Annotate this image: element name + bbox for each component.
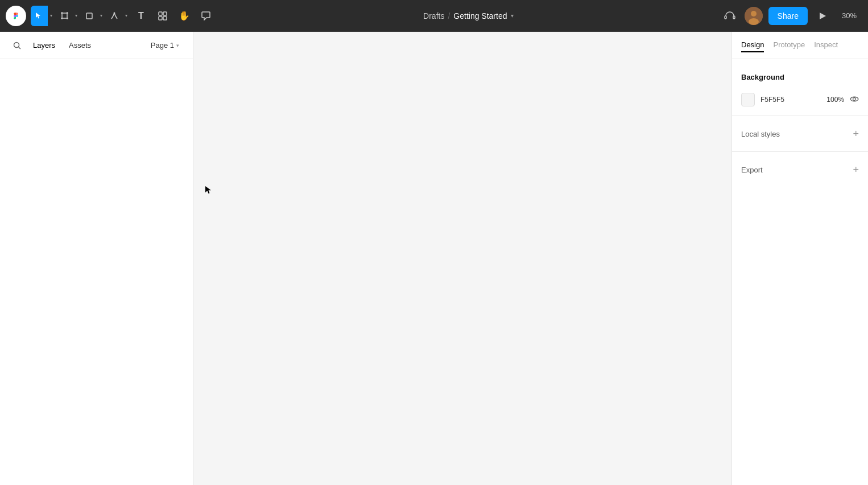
local-styles-title: Local styles <box>741 130 780 138</box>
tab-design[interactable]: Design <box>741 38 764 52</box>
user-avatar[interactable] <box>745 7 763 25</box>
background-section-header: Background <box>732 68 868 86</box>
chevron-down-icon-shape: ▾ <box>100 13 102 18</box>
export-add-button[interactable]: + <box>853 165 859 175</box>
background-visibility-toggle[interactable] <box>850 95 859 104</box>
breadcrumb-project: Getting Started <box>453 11 507 20</box>
frame-tool-button[interactable] <box>56 6 73 26</box>
present-button[interactable] <box>813 7 832 25</box>
pen-tool-button[interactable] <box>106 6 123 26</box>
toolbar-center: Drafts / Getting Started ▾ <box>218 11 718 20</box>
text-icon: T <box>138 11 144 21</box>
export-section[interactable]: Export + <box>732 159 868 180</box>
pen-tool-dropdown[interactable]: ▾ <box>123 6 130 26</box>
background-opacity-value: 100% <box>826 96 844 104</box>
background-hex-value: F5F5F5 <box>760 96 821 104</box>
tab-layers[interactable]: Layers <box>27 38 61 53</box>
toolbar: ▾ ▾ ▾ <box>0 0 868 32</box>
background-color-row[interactable]: F5F5F5 100% <box>732 91 868 109</box>
move-tool-group: ▾ <box>31 6 55 26</box>
move-tool-button[interactable] <box>31 6 48 26</box>
page-selector-chevron: ▾ <box>176 43 179 48</box>
chevron-down-icon-frame: ▾ <box>75 13 77 18</box>
page-selector-label: Page 1 <box>151 41 174 50</box>
svg-marker-15 <box>820 13 826 19</box>
text-tool-button[interactable]: T <box>131 6 151 26</box>
divider-2 <box>732 151 868 152</box>
layers-panel-body <box>0 59 193 485</box>
right-panel-tabs: Design Prototype Inspect <box>732 32 868 59</box>
svg-point-18 <box>853 98 856 101</box>
cursor-indicator <box>205 186 214 195</box>
local-styles-add-button[interactable]: + <box>853 129 859 139</box>
toolbar-right: Share 30% <box>721 7 861 25</box>
main-menu-button[interactable] <box>7 6 30 26</box>
search-button[interactable] <box>9 38 25 54</box>
background-color-swatch[interactable] <box>741 93 755 106</box>
svg-rect-4 <box>86 13 92 19</box>
svg-point-5 <box>114 12 115 14</box>
svg-point-13 <box>751 11 757 17</box>
export-title: Export <box>741 166 763 174</box>
pen-tool-group: ▾ <box>106 6 130 26</box>
shape-tool-dropdown[interactable]: ▾ <box>98 6 105 26</box>
canvas-area[interactable] <box>193 32 731 485</box>
breadcrumb-dropdown-icon: ▾ <box>511 13 514 19</box>
svg-rect-6 <box>159 12 162 15</box>
svg-line-17 <box>19 47 21 49</box>
svg-point-16 <box>14 42 19 47</box>
breadcrumb-separator: / <box>448 11 450 20</box>
svg-rect-7 <box>163 12 167 15</box>
page-selector[interactable]: Page 1 ▾ <box>146 39 184 52</box>
comment-tool-button[interactable] <box>196 6 216 26</box>
left-panel-header: Layers Assets Page 1 ▾ <box>0 32 193 59</box>
tab-prototype[interactable]: Prototype <box>773 38 805 52</box>
hand-icon: ✋ <box>179 10 190 21</box>
figma-logo <box>6 6 26 26</box>
right-panel: Design Prototype Inspect Background F5F5… <box>731 32 868 485</box>
svg-rect-10 <box>725 16 726 19</box>
toolbar-left: ▾ ▾ ▾ <box>7 6 216 26</box>
zoom-level-button[interactable]: 30% <box>837 9 861 22</box>
chevron-down-icon: ▾ <box>50 13 52 18</box>
chevron-down-icon-pen: ▾ <box>125 13 127 18</box>
svg-rect-11 <box>733 16 735 19</box>
svg-rect-9 <box>163 17 167 20</box>
left-panel: Layers Assets Page 1 ▾ <box>0 32 193 485</box>
breadcrumb-drafts: Drafts <box>423 11 444 20</box>
background-title: Background <box>741 73 784 81</box>
svg-point-14 <box>749 18 759 25</box>
divider-1 <box>732 116 868 116</box>
local-styles-section[interactable]: Local styles + <box>732 123 868 145</box>
frame-tool-dropdown[interactable]: ▾ <box>73 6 80 26</box>
hand-tool-button[interactable]: ✋ <box>174 6 195 26</box>
share-button[interactable]: Share <box>768 7 808 25</box>
svg-rect-8 <box>159 17 162 20</box>
components-tool-button[interactable] <box>152 6 173 26</box>
help-button[interactable] <box>721 7 739 25</box>
tab-inspect[interactable]: Inspect <box>814 38 838 52</box>
shape-tool-button[interactable] <box>81 6 98 26</box>
shape-tool-group: ▾ <box>81 6 105 26</box>
breadcrumb[interactable]: Drafts / Getting Started ▾ <box>423 11 513 20</box>
tab-assets[interactable]: Assets <box>63 38 97 53</box>
frame-tool-group: ▾ <box>56 6 80 26</box>
right-panel-body: Background F5F5F5 100% Local styles + <box>732 59 868 485</box>
main-content: Layers Assets Page 1 ▾ Design Prototype … <box>0 32 868 485</box>
move-tool-dropdown[interactable]: ▾ <box>48 6 55 26</box>
